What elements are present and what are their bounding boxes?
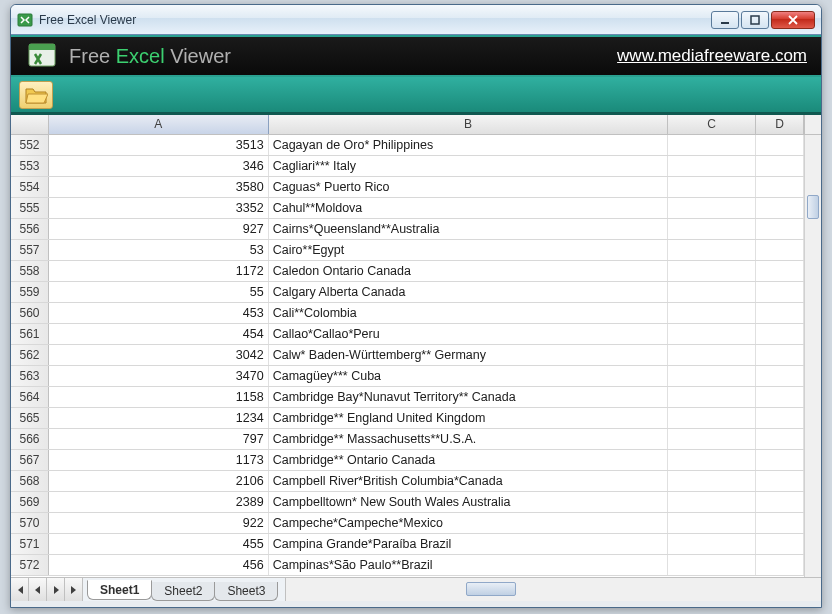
cell[interactable]: Caguas* Puerto Rico — [269, 177, 668, 197]
cell[interactable] — [756, 450, 804, 470]
cell[interactable]: 3042 — [49, 345, 269, 365]
row-header[interactable]: 565 — [11, 408, 49, 428]
sheet-tab[interactable]: Sheet3 — [214, 582, 278, 601]
cell[interactable]: Cahul**Moldova — [269, 198, 668, 218]
column-header-d[interactable]: D — [756, 115, 804, 134]
cell[interactable]: 3470 — [49, 366, 269, 386]
cell[interactable]: Cairns*Queensland**Australia — [269, 219, 668, 239]
row-header[interactable]: 560 — [11, 303, 49, 323]
cell[interactable]: 455 — [49, 534, 269, 554]
row-header[interactable]: 566 — [11, 429, 49, 449]
cell[interactable] — [756, 471, 804, 491]
sheet-nav-last[interactable] — [65, 578, 83, 601]
cell[interactable]: Campinas*São Paulo**Brazil — [269, 555, 668, 575]
cell[interactable] — [756, 345, 804, 365]
sheet-nav-next[interactable] — [47, 578, 65, 601]
cell[interactable]: 3580 — [49, 177, 269, 197]
cell[interactable]: Campina Grande*Paraíba Brazil — [269, 534, 668, 554]
row-header[interactable]: 567 — [11, 450, 49, 470]
titlebar[interactable]: Free Excel Viewer — [11, 5, 821, 35]
close-button[interactable] — [771, 11, 815, 29]
cell[interactable]: Cambridge** Massachusetts**U.S.A. — [269, 429, 668, 449]
cell[interactable] — [756, 534, 804, 554]
open-file-button[interactable] — [19, 81, 53, 109]
cell[interactable] — [668, 366, 756, 386]
row-header[interactable]: 570 — [11, 513, 49, 533]
cell[interactable] — [756, 198, 804, 218]
cell[interactable] — [756, 408, 804, 428]
cell[interactable]: 922 — [49, 513, 269, 533]
row-header[interactable]: 557 — [11, 240, 49, 260]
cell[interactable] — [668, 345, 756, 365]
cell[interactable] — [756, 177, 804, 197]
row-header[interactable]: 554 — [11, 177, 49, 197]
cell[interactable] — [756, 219, 804, 239]
row-header[interactable]: 556 — [11, 219, 49, 239]
row-header[interactable]: 555 — [11, 198, 49, 218]
cell[interactable]: 3513 — [49, 135, 269, 155]
cell[interactable] — [756, 387, 804, 407]
cell[interactable] — [668, 450, 756, 470]
cell[interactable]: 1234 — [49, 408, 269, 428]
row-header[interactable]: 553 — [11, 156, 49, 176]
vendor-url[interactable]: www.mediafreeware.com — [617, 46, 807, 66]
cell[interactable]: 453 — [49, 303, 269, 323]
cell[interactable]: 2389 — [49, 492, 269, 512]
cell[interactable]: Cambridge** England United Kingdom — [269, 408, 668, 428]
select-all-corner[interactable] — [11, 115, 49, 134]
cell[interactable]: Calw* Baden-Württemberg** Germany — [269, 345, 668, 365]
cell[interactable]: Caledon Ontario Canada — [269, 261, 668, 281]
sheet-nav-first[interactable] — [11, 578, 29, 601]
cell[interactable]: Campbell River*British Columbia*Canada — [269, 471, 668, 491]
cell[interactable]: 927 — [49, 219, 269, 239]
cell[interactable] — [756, 135, 804, 155]
horizontal-scroll-thumb[interactable] — [466, 582, 516, 596]
sheet-tab[interactable]: Sheet2 — [151, 582, 215, 601]
cell[interactable]: Cambridge Bay*Nunavut Territory** Canada — [269, 387, 668, 407]
cell[interactable] — [668, 387, 756, 407]
cell[interactable] — [668, 534, 756, 554]
cell[interactable]: 55 — [49, 282, 269, 302]
cell[interactable] — [756, 240, 804, 260]
horizontal-scrollbar[interactable] — [285, 578, 821, 601]
cell[interactable] — [756, 282, 804, 302]
cell[interactable]: 1173 — [49, 450, 269, 470]
cell[interactable] — [756, 156, 804, 176]
cell[interactable] — [668, 492, 756, 512]
cell[interactable]: Campbelltown* New South Wales Australia — [269, 492, 668, 512]
column-header-b[interactable]: B — [269, 115, 669, 134]
cell[interactable]: 1158 — [49, 387, 269, 407]
cell[interactable] — [756, 303, 804, 323]
cell[interactable]: 3352 — [49, 198, 269, 218]
column-header-a[interactable]: A — [49, 115, 269, 134]
cell[interactable] — [668, 156, 756, 176]
cell[interactable] — [756, 366, 804, 386]
column-header-c[interactable]: C — [668, 115, 756, 134]
cell[interactable] — [668, 219, 756, 239]
cell[interactable]: Cambridge** Ontario Canada — [269, 450, 668, 470]
cell[interactable]: 53 — [49, 240, 269, 260]
cell[interactable] — [756, 492, 804, 512]
cell[interactable]: Cali**Colombia — [269, 303, 668, 323]
cell[interactable] — [668, 513, 756, 533]
cell[interactable] — [756, 555, 804, 575]
cell[interactable]: Cagliari*** Italy — [269, 156, 668, 176]
sheet-nav-prev[interactable] — [29, 578, 47, 601]
cell[interactable]: Cagayan de Oro* Philippines — [269, 135, 668, 155]
row-header[interactable]: 559 — [11, 282, 49, 302]
row-header[interactable]: 568 — [11, 471, 49, 491]
sheet-tab[interactable]: Sheet1 — [87, 580, 152, 600]
cell[interactable]: Camagüey*** Cuba — [269, 366, 668, 386]
cell[interactable]: Campeche*Campeche*Mexico — [269, 513, 668, 533]
cell[interactable] — [668, 135, 756, 155]
cell[interactable] — [668, 177, 756, 197]
row-header[interactable]: 552 — [11, 135, 49, 155]
cell[interactable] — [668, 303, 756, 323]
cell[interactable] — [756, 513, 804, 533]
cell[interactable] — [668, 408, 756, 428]
vertical-scrollbar[interactable] — [804, 135, 821, 577]
row-header[interactable]: 571 — [11, 534, 49, 554]
cell[interactable] — [668, 324, 756, 344]
cell[interactable]: 346 — [49, 156, 269, 176]
cell[interactable]: 454 — [49, 324, 269, 344]
